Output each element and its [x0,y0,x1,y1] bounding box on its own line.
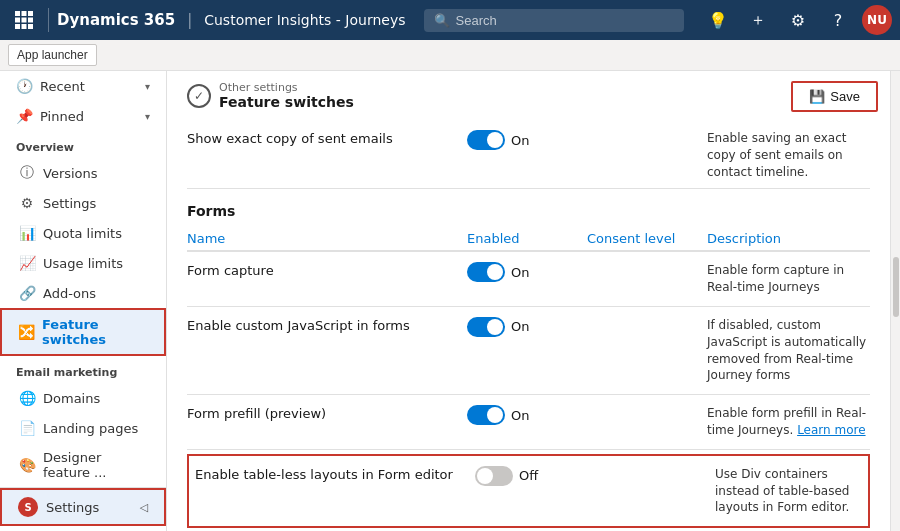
sidebar-designer-label: Designer feature ... [43,450,150,480]
lightbulb-icon[interactable]: 💡 [702,4,734,36]
launcher-label: App launcher [17,48,88,62]
sidebar-item-usage-limits[interactable]: 📈 Usage limits [0,248,166,278]
sidebar-item-feature-switches[interactable]: 🔀 Feature switches [0,308,166,356]
sent-emails-description: Enable saving an exact copy of sent emai… [707,130,870,180]
section-header-icon: ✓ [187,84,211,108]
table-less-row-container: Enable table-less layouts in Form editor… [187,454,870,528]
svg-rect-3 [15,18,20,23]
sidebar-usage-label: Usage limits [43,256,123,271]
svg-rect-8 [28,24,33,29]
landing-pages-icon: 📄 [19,420,35,436]
custom-js-toggle-label: On [511,319,529,334]
search-input[interactable] [456,13,674,28]
form-prefill-description: Enable form prefill in Real-time Journey… [707,405,870,439]
app-subtitle: Customer Insights - Journeys [204,12,405,28]
sidebar-pinned-label: Pinned [40,109,84,124]
settings-nav-icon: ⚙ [19,195,35,211]
main-layout: 🕐 Recent ▾ 📌 Pinned ▾ Overview ⓘ Version… [0,71,900,531]
col-consent-header: Consent level [587,231,707,246]
sidebar-landing-label: Landing pages [43,421,138,436]
scrollbar-thumb[interactable] [893,257,899,317]
svg-rect-2 [28,11,33,16]
form-capture-toggle-label: On [511,265,529,280]
chevron-down-icon-pinned: ▾ [145,111,150,122]
settings-icon[interactable]: ⚙ [782,4,814,36]
sidebar-item-designer-feature[interactable]: 🎨 Designer feature ... [0,443,166,487]
save-icon: 💾 [809,89,825,104]
save-bar: 💾 Save [779,71,890,122]
form-prefill-toggle[interactable]: On [467,405,587,425]
sent-emails-name: Show exact copy of sent emails [187,130,467,148]
addons-icon: 🔗 [19,285,35,301]
versions-icon: ⓘ [19,165,35,181]
recent-icon: 🕐 [16,78,32,94]
sidebar-item-landing-pages[interactable]: 📄 Landing pages [0,413,166,443]
svg-rect-4 [22,18,27,23]
sidebar-item-quota-limits[interactable]: 📊 Quota limits [0,218,166,248]
form-prefill-name: Form prefill (preview) [187,405,467,423]
search-box[interactable]: 🔍 [424,9,684,32]
save-button[interactable]: 💾 Save [791,81,878,112]
learn-more-link[interactable]: Learn more [797,423,865,437]
topbar-divider [48,8,49,32]
top-settings-table: Show exact copy of sent emails On Enable… [187,122,870,189]
form-prefill-toggle-label: On [511,408,529,423]
chevron-down-icon: ▾ [145,81,150,92]
col-enabled-header: Enabled [467,231,587,246]
svg-rect-7 [22,24,27,29]
sidebar-item-versions[interactable]: ⓘ Versions [0,158,166,188]
table-less-toggle[interactable]: Off [475,466,595,486]
form-capture-row: Form capture On Enable form capture in R… [187,252,870,307]
app-launcher-button[interactable]: App launcher [8,44,97,66]
form-capture-toggle[interactable]: On [467,262,587,282]
section-header-text: Other settings Feature switches [219,81,354,110]
sidebar-item-recent[interactable]: 🕐 Recent ▾ [0,71,166,101]
table-less-name: Enable table-less layouts in Form editor [195,466,475,484]
sent-emails-row: Show exact copy of sent emails On Enable… [187,122,870,189]
sent-emails-toggle-label: On [511,133,529,148]
sidebar-domains-label: Domains [43,391,100,406]
email-marketing-header: Email marketing [0,356,166,383]
custom-js-toggle[interactable]: On [467,317,587,337]
grid-menu-icon[interactable] [8,4,40,36]
svg-rect-5 [28,18,33,23]
col-name-header: Name [187,231,467,246]
sidebar-addons-label: Add-ons [43,286,96,301]
sidebar-bottom-label: Settings [46,500,99,515]
custom-js-row: Enable custom JavaScript in forms On If … [187,307,870,395]
overview-header: Overview [0,131,166,158]
sidebar-item-add-ons[interactable]: 🔗 Add-ons [0,278,166,308]
settings-avatar: S [18,497,38,517]
sidebar-bottom-settings[interactable]: S Settings ◁ [0,488,166,526]
main-content: 💾 Save ✓ Other settings Feature switches… [167,71,890,531]
form-capture-description: Enable form capture in Real-time Journey… [707,262,870,296]
save-label: Save [830,89,860,104]
domains-icon: 🌐 [19,390,35,406]
forms-table: Name Enabled Consent level Description F… [187,227,870,528]
help-icon[interactable]: ? [822,4,854,36]
svg-rect-1 [22,11,27,16]
quota-icon: 📊 [19,225,35,241]
section-header: ✓ Other settings Feature switches [187,81,870,110]
table-less-description: Use Div containers instead of table-base… [715,466,862,516]
search-icon: 🔍 [434,13,450,28]
form-capture-name: Form capture [187,262,467,280]
avatar[interactable]: NU [862,5,892,35]
sidebar-item-settings[interactable]: ⚙ Settings [0,188,166,218]
breadcrumb-parent: Other settings [219,81,354,94]
content-area: ✓ Other settings Feature switches Show e… [167,71,890,531]
custom-js-description: If disabled, custom JavaScript is automa… [707,317,870,384]
sidebar-item-pinned[interactable]: 📌 Pinned ▾ [0,101,166,131]
table-less-row: Enable table-less layouts in Form editor… [191,458,866,524]
forms-section-title: Forms [187,203,870,219]
sidebar: 🕐 Recent ▾ 📌 Pinned ▾ Overview ⓘ Version… [0,71,167,531]
sidebar-item-domains[interactable]: 🌐 Domains [0,383,166,413]
app-title: Dynamics 365 [57,11,175,29]
launcher-bar: App launcher [0,40,900,71]
bottom-chevron-icon: ◁ [140,501,148,514]
add-icon[interactable]: ＋ [742,4,774,36]
usage-icon: 📈 [19,255,35,271]
sent-emails-toggle[interactable]: On [467,130,587,150]
feature-switches-icon: 🔀 [18,324,34,340]
svg-rect-6 [15,24,20,29]
